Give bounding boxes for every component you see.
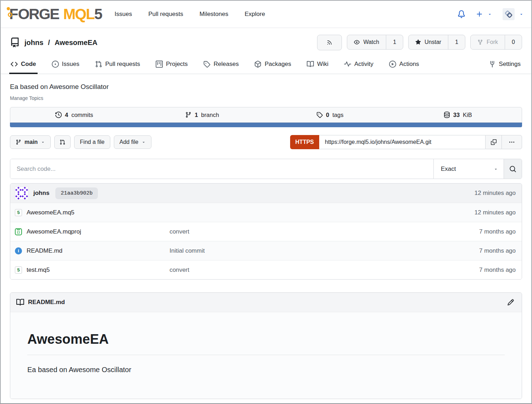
- find-file-label: Find a file: [80, 139, 104, 145]
- compare-button[interactable]: [54, 135, 71, 149]
- watch-label: Watch: [363, 39, 379, 45]
- mq5-file-icon: 5: [15, 209, 22, 216]
- caret-down-icon: [142, 140, 146, 144]
- file-commit-message[interactable]: convert: [170, 266, 479, 274]
- commit-author-name[interactable]: johns: [33, 190, 49, 197]
- caret-down-icon: [519, 12, 523, 16]
- tools-icon: [489, 61, 496, 68]
- search-mode-select[interactable]: Exact: [433, 159, 504, 179]
- add-file-label: Add file: [120, 139, 138, 145]
- current-branch: main: [24, 139, 38, 145]
- manage-topics-link[interactable]: Manage Topics: [10, 95, 43, 101]
- repo-header: johns / AwesomeEA Watch 1 Unstar 1: [1, 28, 531, 55]
- tab-projects[interactable]: Projects: [156, 55, 188, 74]
- file-time: 7 months ago: [479, 247, 517, 254]
- clone-url-input[interactable]: [319, 135, 485, 149]
- forks-count[interactable]: 0: [505, 35, 522, 49]
- tab-label: Packages: [265, 61, 291, 68]
- repo-tabs: Code Issues Pull requests Projects Relea…: [1, 55, 531, 74]
- readme-text: Ea based on Awesome Oscillator: [27, 366, 505, 374]
- repo-title: johns / AwesomeEA: [10, 38, 98, 47]
- readme-panel: README.md AwesomeEA Ea based on Awesome …: [10, 292, 522, 399]
- file-link[interactable]: i README.md: [15, 247, 170, 254]
- watchers-count[interactable]: 1: [386, 35, 403, 49]
- readme-body: AwesomeEA Ea based on Awesome Oscillator: [10, 312, 522, 399]
- fork-button-group: Fork 0: [470, 35, 522, 50]
- fork-icon: [477, 39, 483, 45]
- stars-count[interactable]: 1: [448, 35, 465, 49]
- book-icon: [16, 298, 24, 306]
- file-link[interactable]: 5 AwesomeEA.mq5: [15, 209, 170, 216]
- repo-book-icon: [10, 38, 20, 47]
- repo-name-link[interactable]: AwesomeEA: [55, 39, 98, 47]
- forge-mql5-logo[interactable]: FORGEMQL5: [9, 7, 102, 22]
- tab-code[interactable]: Code: [11, 55, 36, 74]
- tab-label: Issues: [62, 61, 79, 68]
- latest-commit-row: johns 21aa3b902b 12 minutes ago: [10, 184, 522, 203]
- nav-link-pull-requests[interactable]: Pull requests: [148, 11, 183, 18]
- nav-link-issues[interactable]: Issues: [115, 11, 132, 18]
- readme-header: README.md: [10, 293, 522, 312]
- unstar-button[interactable]: Unstar: [409, 35, 448, 49]
- search-mode-value: Exact: [441, 165, 456, 173]
- mq5-file-icon: 5: [15, 266, 22, 274]
- tab-releases[interactable]: Releases: [203, 55, 239, 74]
- file-table: johns 21aa3b902b 12 minutes ago 5 Awesom…: [10, 183, 522, 280]
- user-account-menu[interactable]: [503, 8, 523, 20]
- bell-icon[interactable]: [458, 10, 465, 18]
- repo-separator: /: [48, 39, 50, 47]
- https-protocol-button[interactable]: HTTPS: [290, 135, 319, 149]
- search-submit-button[interactable]: [504, 159, 522, 179]
- nav-link-milestones[interactable]: Milestones: [199, 11, 228, 18]
- find-file-button[interactable]: Find a file: [74, 135, 110, 149]
- file-link[interactable]: { } AwesomeEA.mqproj: [15, 228, 170, 235]
- star-filled-icon: [415, 39, 421, 45]
- nav-link-explore[interactable]: Explore: [245, 11, 265, 18]
- branch-selector[interactable]: main: [10, 135, 51, 149]
- edit-readme-button[interactable]: [506, 297, 516, 307]
- copy-url-button[interactable]: [486, 135, 501, 149]
- repo-stats-bar: 4 commits 1 branch 0 tags 33 KiB: [10, 107, 522, 123]
- file-commit-message[interactable]: convert: [170, 228, 479, 235]
- stat-label: commits: [71, 112, 93, 118]
- tab-label: Pull requests: [105, 61, 140, 68]
- tab-label: Code: [21, 61, 36, 68]
- package-icon: [254, 61, 261, 68]
- compare-icon: [60, 139, 65, 145]
- logo-letter-f: F: [9, 7, 18, 22]
- file-row: i README.md Initial commit 7 months ago: [10, 241, 522, 260]
- stat-label: KiB: [463, 112, 472, 118]
- more-clone-options-button[interactable]: [501, 135, 522, 149]
- file-commit-message[interactable]: Initial commit: [170, 247, 479, 254]
- file-time: 12 minutes ago: [475, 209, 517, 216]
- tab-pull-requests[interactable]: Pull requests: [95, 55, 140, 74]
- tab-packages[interactable]: Packages: [254, 55, 291, 74]
- tab-label: Wiki: [317, 61, 328, 68]
- search-code-input[interactable]: [10, 159, 433, 179]
- create-new-menu[interactable]: [476, 11, 492, 18]
- tab-settings[interactable]: Settings: [489, 55, 521, 74]
- commit-hash-badge[interactable]: 21aa3b902b: [55, 187, 98, 199]
- project-board-icon: [156, 61, 163, 68]
- watch-button[interactable]: Watch: [347, 35, 386, 49]
- stat-size[interactable]: 33 KiB: [394, 107, 522, 122]
- commit-author-avatar[interactable]: [15, 186, 28, 200]
- language-bar[interactable]: [10, 123, 522, 127]
- tab-issues[interactable]: Issues: [52, 55, 79, 74]
- tab-wiki[interactable]: Wiki: [307, 55, 328, 74]
- fork-button[interactable]: Fork: [471, 35, 505, 49]
- stat-tags[interactable]: 0 tags: [266, 107, 394, 122]
- tab-actions[interactable]: Actions: [389, 55, 419, 74]
- stat-value: 0: [326, 112, 329, 118]
- clone-extra-buttons: [485, 135, 522, 149]
- repo-owner-link[interactable]: johns: [24, 39, 43, 47]
- file-link[interactable]: 5 test.mq5: [15, 266, 170, 274]
- user-avatar: [503, 8, 515, 20]
- stat-commits[interactable]: 4 commits: [10, 107, 138, 122]
- add-file-button[interactable]: Add file: [114, 135, 151, 149]
- user-avatar-knot-icon: [504, 10, 513, 19]
- toolbar-left: main Find a file Add file: [10, 135, 151, 149]
- stat-branches[interactable]: 1 branch: [138, 107, 266, 122]
- tab-activity[interactable]: Activity: [344, 55, 373, 74]
- rss-feed-button[interactable]: [317, 35, 342, 50]
